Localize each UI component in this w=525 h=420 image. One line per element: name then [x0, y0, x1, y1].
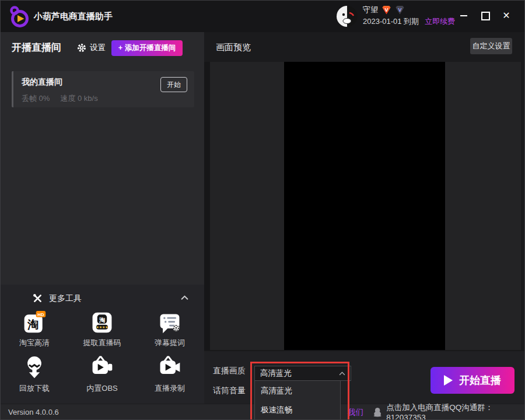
tool-extract-code[interactable]: 淘 ★★★★ 提取直播码	[75, 310, 129, 348]
add-room-label: + 添加开播直播间	[118, 43, 176, 53]
start-streaming-button[interactable]: 开始直播	[430, 367, 514, 394]
quality-option-hd[interactable]: 高清蓝光	[255, 381, 340, 400]
qq-group-text: 点击加入电商直播QQ沟通群：812037353	[386, 402, 525, 420]
close-button[interactable]: ✕	[501, 10, 512, 22]
room-stats: 丢帧 0% 速度 0 kb/s	[22, 93, 98, 104]
more-tools-header[interactable]: 更多工具	[32, 293, 82, 304]
settings-label: 设置	[90, 43, 106, 53]
minimize-button[interactable]	[458, 10, 470, 22]
settings-button[interactable]: 设置	[77, 43, 106, 53]
vip-badge-gray-icon: V	[395, 6, 405, 15]
more-tools-section: 更多工具 淘 HD 淘宝高清 淘 ★★★★ 提取直播码	[0, 285, 204, 404]
custom-settings-button[interactable]: 自定义设置	[470, 38, 512, 54]
replay-download-icon	[22, 356, 47, 380]
tool-label: 弹幕提词	[155, 338, 185, 348]
qq-group-link[interactable]: 点击加入电商直播QQ沟通群：812037353	[373, 404, 525, 420]
quality-select[interactable]: 高清蓝光	[254, 366, 351, 381]
chevron-up-icon	[339, 372, 345, 376]
avatar[interactable]	[337, 6, 358, 27]
tool-label: 回放下载	[19, 383, 50, 394]
rooms-heading: 开播直播间	[12, 41, 61, 54]
sidebar: 开播直播间 设置 + 添加开播直播间 我的直播间 开始 丢帧 0% 速度 0 k…	[0, 32, 204, 404]
app-logo-icon	[7, 4, 30, 29]
minimize-icon	[460, 15, 467, 16]
version-text: Version 4.0.0.6	[8, 404, 59, 420]
user-info: 守望 V V 2023-01-01 到期 立即续费	[363, 4, 455, 27]
tool-taobao-hd[interactable]: 淘 HD 淘宝高清	[8, 310, 61, 348]
svg-text:HD: HD	[37, 312, 44, 317]
extract-code-icon: 淘 ★★★★	[90, 310, 114, 335]
svg-text:淘: 淘	[99, 317, 105, 323]
room-name: 我的直播间	[22, 77, 62, 88]
tool-label: 淘宝高清	[19, 338, 50, 348]
preview-title: 画面预览	[216, 42, 251, 53]
tool-live-record[interactable]: 直播录制	[143, 356, 197, 394]
app-title: 小葫芦电商直播助手	[34, 0, 113, 32]
tool-danmu-prompt[interactable]: 弹幕提词	[143, 310, 197, 348]
start-streaming-label: 开始直播	[459, 373, 501, 387]
chevron-up-icon[interactable]	[181, 295, 188, 300]
svg-text:★★★★: ★★★★	[96, 326, 108, 329]
close-icon: ✕	[502, 11, 510, 20]
more-tools-label: 更多工具	[49, 293, 82, 304]
quality-selected-value: 高清蓝光	[260, 368, 292, 379]
obs-camera-icon	[90, 356, 114, 380]
tool-label: 直播录制	[155, 383, 185, 394]
taobao-hd-icon: 淘 HD	[22, 310, 47, 335]
expiry-date: 2023-01-01 到期	[363, 16, 419, 27]
stream-controls: 直播画质 话筒音量 高清蓝光 开始直播	[204, 350, 525, 405]
speed-stat: 速度 0 kb/s	[60, 93, 97, 104]
scrollbar-track[interactable]	[521, 32, 525, 404]
username: 守望	[363, 5, 378, 15]
play-icon	[444, 375, 453, 386]
quality-option-smooth[interactable]: 极速流畅	[255, 400, 340, 419]
preview-header: 画面预览 自定义设置	[204, 32, 525, 62]
maximize-button[interactable]	[480, 10, 491, 22]
add-room-button[interactable]: + 添加开播直播间	[111, 40, 183, 56]
record-camera-icon	[158, 356, 182, 380]
about-us-link[interactable]: 我们	[348, 404, 363, 420]
svg-text:淘: 淘	[27, 318, 39, 331]
quality-label: 直播画质	[213, 366, 246, 376]
mic-volume-label: 话筒音量	[213, 386, 246, 396]
tools-icon	[32, 293, 43, 304]
frame-drop-stat: 丢帧 0%	[22, 93, 50, 104]
tool-label: 提取直播码	[83, 338, 121, 348]
vip-badge-icon: V	[382, 6, 391, 15]
room-start-button[interactable]: 开始	[160, 77, 187, 92]
maximize-icon	[481, 12, 490, 20]
room-card[interactable]: 我的直播间 开始 丢帧 0% 速度 0 kb/s	[12, 71, 194, 107]
qq-icon	[373, 407, 382, 417]
tool-builtin-obs[interactable]: 内置OBS	[75, 356, 129, 394]
tool-replay-download[interactable]: 回放下载	[8, 356, 61, 394]
danmu-prompt-icon	[158, 310, 182, 335]
tool-label: 内置OBS	[86, 383, 117, 394]
quality-dropdown-panel: 高清蓝光 极速流畅	[254, 380, 341, 420]
gear-icon	[77, 43, 86, 52]
video-preview	[284, 62, 445, 350]
renew-link[interactable]: 立即续费	[425, 16, 455, 27]
titlebar: 小葫芦电商直播助手 守望 V V 2023-01-01 到期 立即续费 ✕	[0, 0, 525, 32]
